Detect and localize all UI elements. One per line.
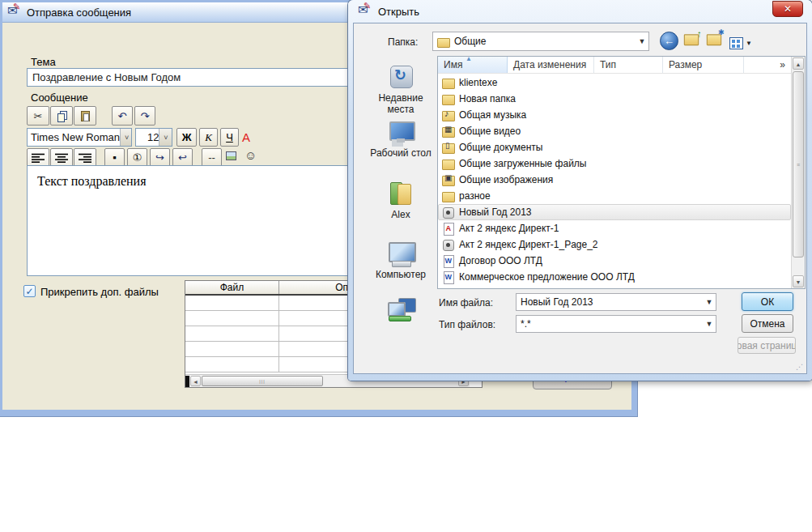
attach-files-checkbox[interactable]: ✓ [23,285,36,297]
hscroll-thumb[interactable]: ||| [202,376,323,386]
filetype-select[interactable]: *.* ▼ [516,315,716,333]
views-menu-button[interactable]: ▼ [729,34,754,52]
vscroll-thumb[interactable]: ≡ [793,71,804,257]
bullet-list-button[interactable]: ▪ [104,148,125,167]
folder-icon [437,36,450,47]
open-dialog-body: Папка: Общие ▼ ← ↑ ✱ ▼ Недавние места [353,23,807,374]
align-left-button[interactable] [27,148,49,167]
file-row[interactable]: Общие видео [438,123,791,139]
chevron-down-icon[interactable]: ▼ [703,320,716,328]
chevron-down-icon[interactable]: ˅ [120,129,132,146]
file-type-icon [442,126,455,137]
file-list: ▲ Имя Дата изменения Тип Размер » klient… [437,56,806,289]
new-folder-icon: ✱ [707,32,721,45]
file-list-vertical-scrollbar[interactable]: ▲ ≡ ▼ [791,57,805,288]
font-family-value: Times New Roman [31,131,120,143]
smiley-icon: ☺ [244,148,257,162]
underline-button[interactable]: Ч [220,128,239,147]
file-row[interactable]: Новая папка [438,91,791,107]
bold-button[interactable]: Ж [176,128,197,147]
copy-button[interactable] [50,106,73,126]
place-icon [387,297,415,323]
chevron-down-icon[interactable]: ▼ [703,298,716,306]
file-name: Общие загруженные файлы [459,158,586,169]
new-folder-button[interactable]: ✱ [708,33,721,46]
file-row[interactable]: Коммерческое предложение ООО ЛТД [438,269,791,285]
file-type-icon [442,255,455,266]
scroll-down-icon[interactable]: ▼ [793,275,804,287]
resize-grip[interactable]: ⋰ [796,363,804,371]
file-row[interactable]: klientexe [438,74,791,91]
open-dialog: Открыть ✕ Папка: Общие ▼ ← ↑ ✱ ▼ [348,0,812,381]
ok-button[interactable]: ОК [742,292,793,311]
file-row[interactable]: Общие документы [438,139,791,155]
file-row[interactable]: Общие загруженные файлы [438,155,791,172]
open-dialog-title: Открыть [378,6,419,18]
insert-smiley-button[interactable]: ☺ [244,148,257,162]
folder-select[interactable]: Общие ▼ [432,32,649,51]
undo-icon: ↶ [118,110,127,122]
file-name: Общие видео [459,126,521,137]
sidebar-place-item[interactable]: Рабочий стол [366,119,436,159]
sidebar-place-item[interactable]: Компьютер [366,240,436,280]
splitter-mark[interactable] [185,376,189,387]
align-left-icon [32,153,45,163]
file-row[interactable]: Акт 2 яндекс Директ-1 [438,220,791,236]
indent-button[interactable]: ↪ [150,148,170,167]
numbered-list-button[interactable]: ① [127,148,147,167]
outdent-button[interactable]: ↩ [172,148,193,167]
file-row[interactable]: Общие изображения [438,172,791,188]
column-header-size[interactable]: Размер [663,57,744,73]
outdent-icon: ↩ [178,151,187,164]
scroll-up-icon[interactable]: ▲ [793,57,804,70]
file-type-icon [442,174,455,185]
font-color-button[interactable]: А [242,130,250,144]
column-header-file[interactable]: Файл [185,281,279,294]
file-list-header: ▲ Имя Дата изменения Тип Размер » [438,57,805,74]
file-row[interactable]: Договор ООО ЛТД [438,253,791,269]
close-button[interactable]: ✕ [772,1,803,17]
cut-button[interactable]: ✂ [27,106,49,126]
filetype-value: *.* [521,318,531,330]
up-one-level-button[interactable]: ↑ [685,33,698,46]
font-family-select[interactable]: Times New Roman ˅ [27,128,132,147]
file-row[interactable]: Общая музыка [438,107,791,123]
italic-button[interactable]: К [199,128,218,147]
sidebar-place-item[interactable]: Alex [366,181,436,220]
cancel-button[interactable]: Отмена [742,314,793,333]
file-type-icon [442,239,455,250]
file-row[interactable]: Новый Год 2013 [438,204,791,220]
open-dialog-titlebar[interactable]: Открыть [348,0,812,23]
column-header-date-modified[interactable]: Дата изменения [508,57,594,73]
chevron-down-icon[interactable]: ▼ [636,37,648,45]
paste-button[interactable] [74,106,96,126]
insert-image-button[interactable] [226,151,236,163]
file-row[interactable]: разное [438,188,791,204]
file-name: Новая папка [459,93,516,104]
sidebar-place-item[interactable]: Недавние места [366,64,436,115]
file-type-icon [442,142,455,153]
chevron-down-icon[interactable]: ˅ [159,129,172,146]
file-name: Новый Год 2013 [459,206,532,218]
font-size-select[interactable]: 12 ˅ [135,128,172,147]
scroll-left-icon[interactable]: ◄ [190,376,201,386]
compose-window-title: Отправка сообщения [27,6,131,19]
place-label: Недавние места [366,92,436,115]
column-header-name[interactable]: ▲ Имя [438,57,508,73]
place-icon [387,64,415,90]
indent-icon: ↪ [155,151,164,164]
file-row[interactable]: Акт 2 яндекс Директ-1_Page_2 [438,236,791,253]
place-icon [387,181,415,206]
file-name: разное [459,190,491,202]
horizontal-rule-button[interactable]: -- [202,148,222,167]
align-right-button[interactable] [74,148,96,167]
undo-button[interactable]: ↶ [112,106,133,126]
redo-button[interactable]: ↷ [134,106,155,126]
align-center-button[interactable] [50,148,73,167]
numbered-list-icon: ① [133,151,142,164]
sidebar-place-item[interactable] [366,297,436,326]
column-header-more[interactable]: » [744,57,793,73]
column-header-type[interactable]: Тип [594,57,663,73]
back-button[interactable]: ← [660,32,678,50]
filename-select[interactable]: Новый Год 2013 ▼ [516,293,716,311]
